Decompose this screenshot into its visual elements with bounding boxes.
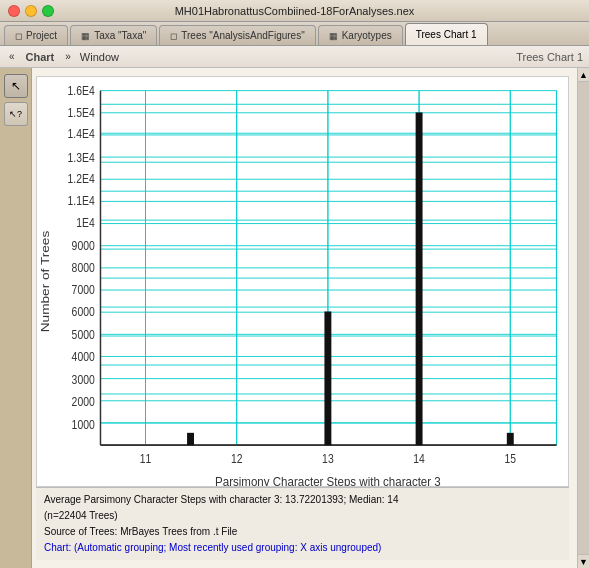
scroll-track bbox=[578, 82, 589, 554]
svg-text:14: 14 bbox=[413, 452, 425, 465]
svg-text:1.1E4: 1.1E4 bbox=[68, 194, 95, 207]
left-toolbar: ↖ ↖? bbox=[0, 68, 32, 568]
window-title: MH01HabronattusCombiined-18ForAnalyses.n… bbox=[175, 5, 415, 17]
arrow-tool[interactable]: ↖ bbox=[4, 74, 28, 98]
karyotypes-icon: ▦ bbox=[329, 31, 338, 41]
tab-project[interactable]: ◻ Project bbox=[4, 25, 68, 45]
main-content: ↖ ↖? bbox=[0, 68, 589, 568]
svg-text:8000: 8000 bbox=[72, 261, 95, 274]
svg-text:6000: 6000 bbox=[72, 305, 95, 318]
chart-svg: 1.6E4 1.5E4 1.4E4 1.3E4 1.2E4 1.1E4 1E4 … bbox=[37, 77, 568, 486]
info-line-3: Source of Trees: MrBayes Trees from .t F… bbox=[44, 524, 561, 539]
svg-text:11: 11 bbox=[140, 452, 152, 465]
svg-text:Number of Trees: Number of Trees bbox=[38, 231, 51, 332]
svg-text:12: 12 bbox=[231, 452, 243, 465]
chart-nav: « Chart » bbox=[6, 49, 74, 64]
chart-menu-label[interactable]: Chart bbox=[26, 51, 55, 63]
scroll-up[interactable]: ▲ bbox=[578, 68, 589, 82]
svg-rect-0 bbox=[37, 77, 568, 486]
info-line-1: Average Parsimony Character Steps with c… bbox=[44, 492, 561, 507]
trees-icon: ◻ bbox=[170, 31, 177, 41]
svg-text:Parsimony Character Steps with: Parsimony Character Steps with character… bbox=[215, 474, 441, 486]
svg-text:1.3E4: 1.3E4 bbox=[68, 151, 95, 164]
svg-text:1.2E4: 1.2E4 bbox=[68, 173, 95, 186]
svg-text:1.4E4: 1.4E4 bbox=[68, 128, 95, 141]
tab-karyotypes[interactable]: ▦ Karyotypes bbox=[318, 25, 403, 45]
chart-area: 1.6E4 1.5E4 1.4E4 1.3E4 1.2E4 1.1E4 1E4 … bbox=[32, 68, 577, 568]
svg-text:1E4: 1E4 bbox=[76, 216, 94, 229]
close-button[interactable] bbox=[8, 5, 20, 17]
svg-text:1.6E4: 1.6E4 bbox=[68, 84, 95, 97]
info-line-2: (n=22404 Trees) bbox=[44, 508, 561, 523]
window-menu[interactable]: Window bbox=[74, 49, 125, 65]
svg-rect-76 bbox=[324, 311, 331, 445]
svg-text:9000: 9000 bbox=[72, 239, 95, 252]
svg-text:5000: 5000 bbox=[72, 328, 95, 341]
svg-text:15: 15 bbox=[505, 452, 517, 465]
menu-bar: « Chart » Window Trees Chart 1 bbox=[0, 46, 589, 68]
svg-text:1000: 1000 bbox=[72, 418, 95, 431]
nav-next[interactable]: » bbox=[62, 49, 74, 64]
svg-text:13: 13 bbox=[322, 452, 334, 465]
query-icon: ↖? bbox=[9, 109, 22, 119]
svg-text:2000: 2000 bbox=[72, 395, 95, 408]
info-line-4: Chart: (Automatic grouping; Most recentl… bbox=[44, 540, 561, 555]
tab-treeschart[interactable]: Trees Chart 1 bbox=[405, 23, 488, 45]
arrow-icon: ↖ bbox=[11, 79, 21, 93]
maximize-button[interactable] bbox=[42, 5, 54, 17]
taxa-icon: ▦ bbox=[81, 31, 90, 41]
svg-text:4000: 4000 bbox=[72, 350, 95, 363]
title-bar: MH01HabronattusCombiined-18ForAnalyses.n… bbox=[0, 0, 589, 22]
menu-bar-right-title: Trees Chart 1 bbox=[516, 51, 583, 63]
chart-column: 1.6E4 1.5E4 1.4E4 1.3E4 1.2E4 1.1E4 1E4 … bbox=[32, 68, 577, 568]
project-icon: ◻ bbox=[15, 31, 22, 41]
query-tool[interactable]: ↖? bbox=[4, 102, 28, 126]
traffic-lights bbox=[8, 5, 54, 17]
minimize-button[interactable] bbox=[25, 5, 37, 17]
tab-bar: ◻ Project ▦ Taxa "Taxa" ◻ Trees "Analysi… bbox=[0, 22, 589, 46]
svg-text:1.5E4: 1.5E4 bbox=[68, 106, 95, 119]
tab-taxa[interactable]: ▦ Taxa "Taxa" bbox=[70, 25, 157, 45]
chart-container: 1.6E4 1.5E4 1.4E4 1.3E4 1.2E4 1.1E4 1E4 … bbox=[36, 76, 569, 487]
svg-rect-75 bbox=[187, 433, 194, 445]
nav-prev[interactable]: « bbox=[6, 49, 18, 64]
scroll-down[interactable]: ▼ bbox=[578, 554, 589, 568]
svg-rect-77 bbox=[416, 112, 423, 445]
info-panel: Average Parsimony Character Steps with c… bbox=[36, 487, 569, 560]
svg-text:7000: 7000 bbox=[72, 283, 95, 296]
svg-text:3000: 3000 bbox=[72, 373, 95, 386]
tab-trees[interactable]: ◻ Trees "AnalysisAndFigures" bbox=[159, 25, 315, 45]
svg-rect-78 bbox=[507, 433, 514, 445]
right-scrollbar[interactable]: ▲ ▼ bbox=[577, 68, 589, 568]
